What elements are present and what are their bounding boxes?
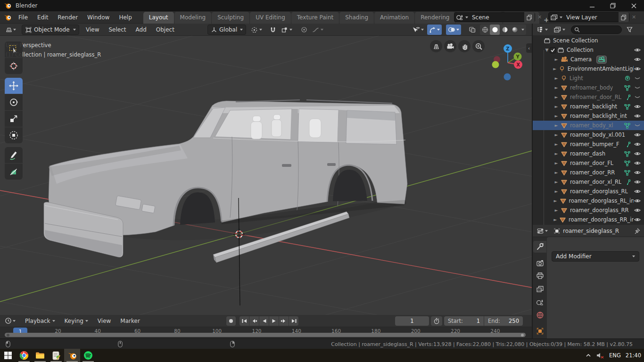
use-preview-range-button[interactable] xyxy=(431,316,442,326)
viewport-menu-add[interactable]: Add xyxy=(131,24,151,36)
eye-open-icon[interactable] xyxy=(634,197,641,204)
expander-closed-icon[interactable]: ► xyxy=(553,208,559,213)
workspace-tab-uv-editing[interactable]: UV Editing xyxy=(250,12,291,24)
expander-closed-icon[interactable]: ► xyxy=(553,217,558,222)
eye-open-icon[interactable] xyxy=(634,66,641,72)
shading-rendered-button[interactable] xyxy=(510,25,520,35)
menu-help[interactable]: Help xyxy=(114,11,136,24)
navigation-gizmo[interactable]: Z Y X xyxy=(488,39,529,82)
blender-menu-logo-icon[interactable] xyxy=(4,14,12,21)
tool-move-button[interactable] xyxy=(5,78,23,94)
taskbar-blender-button[interactable] xyxy=(64,349,80,362)
expander-open-icon[interactable]: ▼ xyxy=(544,48,550,52)
close-button[interactable] xyxy=(623,0,644,11)
tool-cursor-button[interactable] xyxy=(5,58,23,74)
outliner-editor-type-button[interactable] xyxy=(535,25,550,35)
workspace-tab-shading[interactable]: Shading xyxy=(339,12,374,24)
outliner-filter-button[interactable] xyxy=(625,25,635,35)
eye-open-icon[interactable] xyxy=(634,160,641,166)
play-button[interactable] xyxy=(269,316,279,326)
scene-pill[interactable]: Scene xyxy=(454,12,535,22)
shading-solid-button[interactable] xyxy=(490,25,500,35)
eye-open-icon[interactable] xyxy=(634,56,641,63)
outliner-row[interactable]: ►roamer_body_xl.001 xyxy=(533,130,644,140)
tray-expand-icon[interactable] xyxy=(586,353,591,358)
visibility-popover-button[interactable] xyxy=(410,25,426,35)
outliner-display-mode-button[interactable] xyxy=(552,25,567,35)
expander-closed-icon[interactable]: ► xyxy=(553,95,559,99)
menu-file[interactable]: File xyxy=(14,11,33,24)
outliner-row[interactable]: ►roamer_backlight_int xyxy=(533,111,644,121)
end-frame-field[interactable]: End:250 xyxy=(484,316,523,326)
timeline-menu-view[interactable]: View xyxy=(93,315,116,327)
show-gizmo-toggle[interactable] xyxy=(427,25,442,35)
outliner-row[interactable]: ►roamer_doorglass_RR_int xyxy=(533,215,644,224)
viewport-menu-object[interactable]: Object xyxy=(151,24,179,36)
outliner-row[interactable]: Scene Collection xyxy=(533,36,644,45)
unlink-scene-button[interactable]: ✕ xyxy=(535,14,544,20)
expander-closed-icon[interactable]: ► xyxy=(553,132,559,137)
play-reverse-button[interactable] xyxy=(259,316,269,326)
properties-tab-scene[interactable] xyxy=(533,296,546,308)
eye-open-icon[interactable] xyxy=(634,216,641,223)
tool-transform-button[interactable] xyxy=(5,127,23,143)
view-layer-name[interactable]: View Layer xyxy=(562,14,619,21)
maximize-button[interactable] xyxy=(603,0,623,11)
expander-closed-icon[interactable]: ► xyxy=(553,189,559,194)
expander-closed-icon[interactable]: ► xyxy=(552,66,557,71)
outliner-row[interactable]: ►Camera xyxy=(533,55,644,64)
xray-toggle[interactable] xyxy=(467,25,478,35)
pan-button[interactable] xyxy=(458,40,471,52)
expander-closed-icon[interactable]: ► xyxy=(553,85,559,90)
minimize-button[interactable] xyxy=(582,0,603,11)
tool-scale-button[interactable] xyxy=(5,111,23,127)
tool-select-box-button[interactable] xyxy=(5,41,23,58)
properties-editor-type-button[interactable] xyxy=(535,226,550,236)
eye-open-icon[interactable] xyxy=(634,188,641,195)
shading-options-button[interactable] xyxy=(520,25,526,35)
eye-open-icon[interactable] xyxy=(634,47,641,53)
orientation-dropdown[interactable]: Global xyxy=(207,25,246,35)
new-view-layer-button[interactable] xyxy=(619,12,629,22)
timeline-menu-keying[interactable]: Keying xyxy=(60,315,93,327)
zoom-button[interactable] xyxy=(472,40,485,52)
taskbar-explorer-button[interactable] xyxy=(32,349,48,362)
eye-open-icon[interactable] xyxy=(634,169,641,176)
properties-tab-view-layer[interactable] xyxy=(533,283,546,295)
shading-material-button[interactable] xyxy=(500,25,510,35)
eye-open-icon[interactable] xyxy=(634,207,641,214)
pin-icon[interactable] xyxy=(634,228,640,234)
tool-rotate-button[interactable] xyxy=(5,94,23,110)
timeline-ruler[interactable]: 204060801001201401601802002202401 xyxy=(0,327,532,338)
workspace-tab-sculpting[interactable]: Sculpting xyxy=(212,12,249,24)
eye-open-icon[interactable] xyxy=(634,150,641,157)
expander-closed-icon[interactable]: ► xyxy=(553,198,558,203)
add-modifier-dropdown[interactable]: Add Modifier xyxy=(552,251,639,262)
outliner-row[interactable]: ►roamer_doorglass_RL xyxy=(533,187,644,196)
shading-wireframe-button[interactable] xyxy=(480,25,490,35)
tray-clock[interactable]: 21:40 xyxy=(626,352,641,359)
scene-name[interactable]: Scene xyxy=(468,14,524,21)
tool-annotate-button[interactable] xyxy=(5,147,23,163)
outliner-row[interactable]: ►roamer_body_xl xyxy=(533,121,644,130)
eye-closed-icon[interactable] xyxy=(634,75,641,82)
snap-settings-button[interactable] xyxy=(279,25,294,35)
eye-open-icon[interactable] xyxy=(634,141,641,148)
expander-closed-icon[interactable]: ► xyxy=(553,151,559,156)
properties-tab-render[interactable] xyxy=(533,257,546,269)
toggle-grid-button[interactable] xyxy=(430,40,442,52)
expander-closed-icon[interactable]: ► xyxy=(553,123,559,128)
outliner-row[interactable]: ►roamer_dash xyxy=(533,149,644,158)
outliner-row[interactable]: ►refroamer_door_RL xyxy=(533,92,644,102)
expander-closed-icon[interactable]: ► xyxy=(553,76,559,81)
properties-tab-tool[interactable] xyxy=(533,241,546,253)
taskbar-start-button[interactable] xyxy=(0,349,16,362)
next-keyframe-button[interactable] xyxy=(279,316,289,326)
proportional-edit-toggle[interactable] xyxy=(299,25,309,35)
expander-closed-icon[interactable]: ► xyxy=(553,170,559,175)
outliner-row[interactable]: ►Light xyxy=(533,74,644,83)
view-layer-pill[interactable]: View Layer xyxy=(548,12,629,22)
tool-measure-button[interactable] xyxy=(5,164,23,180)
remove-view-layer-button[interactable]: ✕ xyxy=(629,14,638,20)
outliner-row[interactable]: ►roamer_bumper_F xyxy=(533,140,644,149)
